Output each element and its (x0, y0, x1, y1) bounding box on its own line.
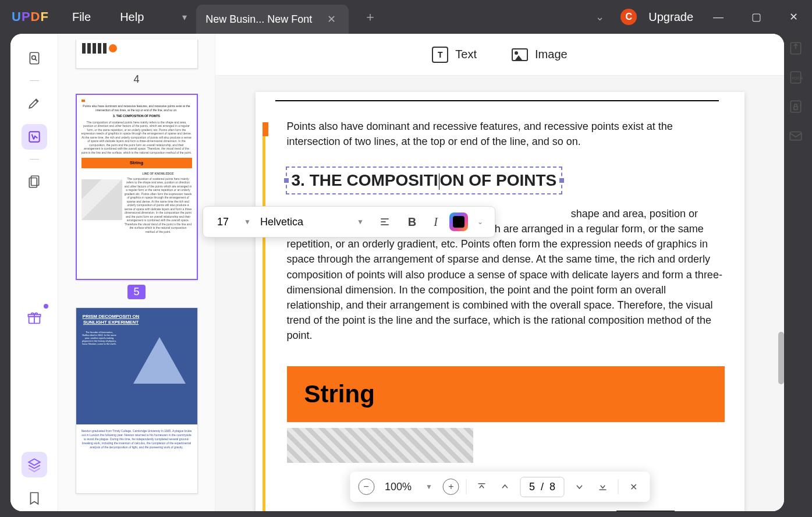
pages-icon[interactable] (22, 169, 47, 194)
article-image[interactable] (287, 428, 473, 463)
string-block[interactable]: String (287, 366, 725, 422)
zoom-level[interactable]: 100% (381, 481, 415, 493)
file-tab[interactable]: New Busin... New Font ✕ (196, 5, 349, 34)
right-rail: PDF/A (785, 41, 806, 143)
highlighter-icon[interactable] (22, 90, 47, 116)
page: Points also have dominant and recessive … (256, 92, 744, 511)
recent-dropdown[interactable]: ▾ (173, 5, 196, 29)
bold-button[interactable]: B (402, 212, 422, 232)
svg-text:PDF/A: PDF/A (792, 76, 804, 80)
orange-marker (263, 122, 268, 136)
close-nav-button[interactable]: ✕ (625, 479, 641, 495)
selected-heading[interactable]: 3. THE COMPOSITION OF POINTS (286, 167, 563, 194)
first-page-button[interactable] (474, 479, 490, 495)
font-family-dropdown[interactable]: ▼ (353, 218, 367, 226)
close-tab-icon[interactable]: ✕ (324, 13, 339, 26)
lock-file-icon[interactable] (788, 99, 803, 114)
bottom-nav: − 100% ▼ + 5 / 8 ✕ (350, 472, 650, 502)
tab-group: ▾ New Busin... New Font ✕ ＋ (173, 0, 380, 34)
svg-rect-4 (794, 107, 798, 109)
app-logo: UPDF (12, 9, 49, 24)
layers-icon[interactable] (22, 452, 47, 477)
workspace: 4 Points also have dominant and recessiv… (10, 34, 784, 511)
thumbnails-panel: 4 Points also have dominant and recessiv… (58, 34, 215, 511)
text-tool[interactable]: T Text (432, 47, 477, 63)
paragraph[interactable]: Points also have dominant and recessive … (287, 119, 725, 149)
image-icon (512, 48, 528, 61)
zoom-out-button[interactable]: − (358, 479, 374, 495)
pdfa-icon[interactable]: PDF/A (788, 70, 803, 85)
page-viewport[interactable]: Points also have dominant and recessive … (215, 76, 784, 511)
zoom-dropdown[interactable]: ▼ (422, 483, 436, 491)
zoom-in-button[interactable]: + (443, 479, 459, 495)
yellow-stripe (263, 122, 265, 511)
svg-rect-6 (30, 52, 38, 64)
upgrade-button[interactable]: Upgrade (648, 10, 693, 24)
svg-line-8 (35, 59, 37, 61)
selection-handle-left[interactable] (284, 178, 289, 183)
last-page-button[interactable] (594, 479, 611, 495)
window-options-dropdown[interactable]: ⌄ (591, 6, 609, 28)
gift-icon[interactable] (22, 305, 47, 331)
title-bar: UPDF File Help ▾ New Busin... New Font ✕… (0, 0, 812, 34)
font-size-input[interactable]: 17 (211, 216, 235, 228)
maximize-button[interactable]: ▢ (743, 6, 770, 28)
next-page-button[interactable] (571, 479, 587, 495)
selection-handle-right[interactable] (559, 178, 564, 183)
italic-button[interactable]: I (428, 212, 444, 232)
thumbnail-5[interactable]: Points also have dominant and recessive … (76, 94, 198, 299)
close-button[interactable]: ✕ (781, 6, 806, 28)
mail-icon[interactable] (788, 128, 803, 143)
minimize-button[interactable]: — (705, 6, 732, 28)
search-page-icon[interactable] (22, 45, 47, 71)
left-rail (10, 34, 58, 511)
font-family-input[interactable]: Helvetica (260, 216, 348, 228)
edit-tool-icon[interactable] (22, 124, 47, 150)
color-dropdown[interactable]: ⌄ (474, 218, 487, 226)
text-icon: T (432, 47, 448, 63)
font-size-dropdown[interactable]: ▼ (240, 218, 254, 226)
thumb-number: 5 (127, 285, 145, 299)
prev-page-button[interactable] (497, 479, 513, 495)
edit-toolbar: T Text Image (215, 34, 784, 76)
thumb-number: 4 (76, 73, 198, 86)
file-tab-name: New Busin... New Font (205, 13, 312, 26)
text-format-toolbar: 17 ▼ Helvetica ▼ B I ⌄ (203, 206, 495, 238)
bookmark-icon[interactable] (22, 486, 47, 511)
image-tool[interactable]: Image (512, 48, 568, 61)
new-tab-button[interactable]: ＋ (360, 5, 380, 29)
user-avatar[interactable]: C (620, 9, 637, 25)
export-icon[interactable] (788, 41, 803, 56)
menu-help[interactable]: Help (120, 10, 144, 24)
page-indicator[interactable]: 5 / 8 (520, 477, 564, 497)
menu-file[interactable]: File (72, 10, 91, 24)
thumbnail-4[interactable]: 4 (76, 40, 198, 86)
scrollbar[interactable] (778, 332, 784, 384)
color-picker-button[interactable] (449, 213, 468, 231)
thumbnail-6[interactable]: PRISM DECOMPOSITI ON SUNLIGHT EXPERIMENT… (76, 307, 198, 494)
main-area: T Text Image Points also have dominant a… (215, 34, 784, 511)
svg-rect-5 (790, 132, 802, 140)
align-icon[interactable] (373, 213, 396, 231)
text-caret (439, 173, 439, 190)
